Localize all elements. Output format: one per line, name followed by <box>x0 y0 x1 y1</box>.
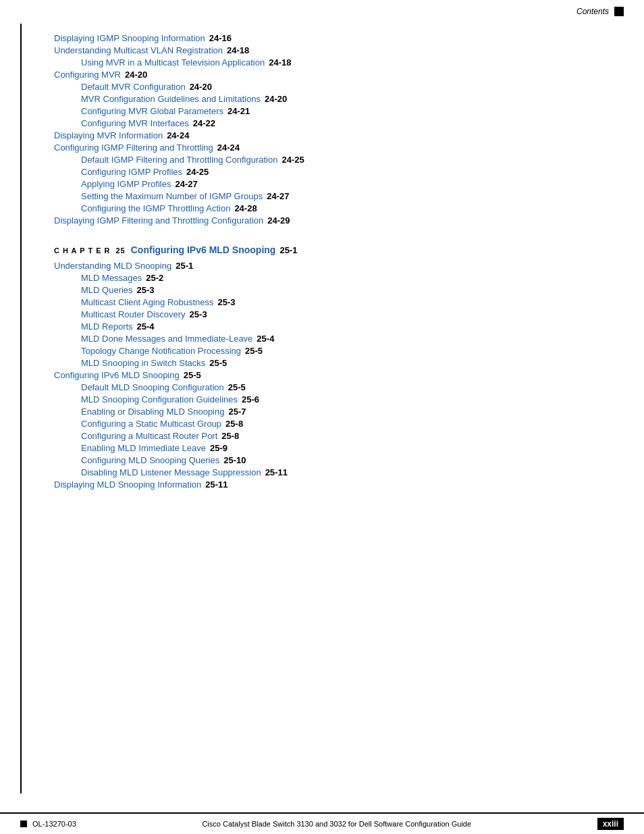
toc-link[interactable]: Configuring MVR Interfaces <box>81 118 189 128</box>
toc-entry: Default MLD Snooping Configuration25-5 <box>81 382 603 392</box>
toc-link[interactable]: Understanding Multicast VLAN Registratio… <box>54 45 223 55</box>
toc-entry: Disabling MLD Listener Message Suppressi… <box>81 467 603 477</box>
toc-page-num: 25-3 <box>137 285 155 295</box>
chapter-page: 25-1 <box>279 245 297 255</box>
toc-page-num: 25-8 <box>221 431 239 441</box>
chapter-title-link[interactable]: Configuring IPv6 MLD Snooping <box>131 244 276 255</box>
page: Contents Displaying IGMP Snooping Inform… <box>0 0 644 834</box>
toc-page-num: 25-5 <box>209 358 227 368</box>
toc-link[interactable]: Configuring IGMP Filtering and Throttlin… <box>54 142 213 153</box>
toc-link[interactable]: Enabling or Disabling MLD Snooping <box>81 407 224 417</box>
header-square-icon <box>614 7 624 16</box>
toc-link[interactable]: MLD Reports <box>81 321 133 332</box>
toc-link[interactable]: Displaying MVR Information <box>54 130 163 140</box>
toc-entry: Configuring a Static Multicast Group25-8 <box>81 419 603 429</box>
toc-entry: Default IGMP Filtering and Throttling Co… <box>81 155 603 165</box>
page-header: Contents <box>0 0 644 20</box>
toc-entry: Enabling MLD Immediate Leave25-9 <box>81 443 603 453</box>
toc-link[interactable]: MVR Configuration Guidelines and Limitat… <box>81 94 261 104</box>
toc-page-num: 24-29 <box>267 215 290 226</box>
toc-entry: Displaying IGMP Snooping Information24-1… <box>54 33 603 43</box>
toc-link[interactable]: MLD Snooping in Switch Stacks <box>81 358 205 368</box>
toc-entry: Configuring the IGMP Throttling Action24… <box>81 203 603 213</box>
toc-link[interactable]: Configuring MVR Global Parameters <box>81 106 223 116</box>
toc-entry: Displaying MLD Snooping Information25-11 <box>54 479 603 490</box>
toc-link[interactable]: Multicast Router Discovery <box>81 309 186 319</box>
toc-page-num: 25-5 <box>228 382 246 392</box>
toc-link[interactable]: MLD Snooping Configuration Guidelines <box>81 394 238 405</box>
toc-entry: MLD Snooping Configuration Guidelines25-… <box>81 394 603 405</box>
left-border-line <box>20 24 22 793</box>
toc-link[interactable]: Default MVR Configuration <box>81 82 186 92</box>
toc-page-num: 25-9 <box>210 443 227 453</box>
toc-page-num: 25-2 <box>146 273 163 283</box>
toc-entry: Multicast Router Discovery25-3 <box>81 309 603 319</box>
toc-link[interactable]: Disabling MLD Listener Message Suppressi… <box>81 467 261 477</box>
toc-page-num: 24-16 <box>209 33 232 43</box>
toc-entry: Displaying IGMP Filtering and Throttling… <box>54 215 603 226</box>
toc-page-num: 24-21 <box>227 106 250 116</box>
toc-entry: Understanding Multicast VLAN Registratio… <box>54 45 603 55</box>
toc-entry: Multicast Client Aging Robustness25-3 <box>81 297 603 307</box>
toc-link[interactable]: Configuring a Static Multicast Group <box>81 419 221 429</box>
footer-page: xxiii <box>597 818 624 830</box>
toc-link[interactable]: Displaying MLD Snooping Information <box>54 479 201 490</box>
toc-entry: MLD Snooping in Switch Stacks25-5 <box>81 358 603 368</box>
chapter-label: C H A P T E R <box>54 246 111 255</box>
toc-page-num: 24-18 <box>227 45 249 55</box>
toc-link[interactable]: MLD Queries <box>81 285 133 295</box>
footer-left: OL-13270-03 <box>20 820 76 828</box>
toc-page-num: 25-5 <box>245 346 263 356</box>
toc-entry: Topology Change Notification Processing2… <box>81 346 603 356</box>
toc-entry: Applying IGMP Profiles24-27 <box>81 179 603 189</box>
toc-entry: Configuring IPv6 MLD Snooping25-5 <box>54 370 603 380</box>
toc-link[interactable]: Configuring IGMP Profiles <box>81 167 182 177</box>
header-right: Contents <box>576 7 624 16</box>
toc-link[interactable]: Default MLD Snooping Configuration <box>81 382 224 392</box>
toc-link[interactable]: Applying IGMP Profiles <box>81 179 171 189</box>
toc-link[interactable]: Configuring MVR <box>54 70 121 80</box>
toc-entry: Configuring MVR Global Parameters24-21 <box>81 106 603 116</box>
toc-page-num: 24-22 <box>193 118 215 128</box>
toc-page-num: 24-18 <box>269 57 291 68</box>
toc-entry: MLD Reports25-4 <box>81 321 603 332</box>
toc-page-num: 24-20 <box>190 82 212 92</box>
toc-page-num: 24-27 <box>175 179 197 189</box>
toc-page-num: 24-25 <box>281 155 304 165</box>
toc-page-num: 25-3 <box>190 309 207 319</box>
toc-page-num: 25-4 <box>137 321 155 332</box>
toc-entry: Configuring MVR24-20 <box>54 70 603 80</box>
toc-link[interactable]: MLD Messages <box>81 273 142 283</box>
toc-link[interactable]: Configuring IPv6 MLD Snooping <box>54 370 180 380</box>
toc-entry: Displaying MVR Information24-24 <box>54 130 603 140</box>
toc-page-num: 25-4 <box>257 334 274 344</box>
toc-link[interactable]: Understanding MLD Snooping <box>54 261 171 271</box>
toc-link[interactable]: Enabling MLD Immediate Leave <box>81 443 206 453</box>
toc-page-num: 25-6 <box>242 394 259 405</box>
chapter-25-heading: C H A P T E R 25 Configuring IPv6 MLD Sn… <box>54 244 603 255</box>
toc-link[interactable]: Using MVR in a Multicast Television Appl… <box>81 57 265 68</box>
footer-title: Cisco Catalyst Blade Switch 3130 and 303… <box>76 820 597 828</box>
toc-link[interactable]: Configuring the IGMP Throttling Action <box>81 203 230 213</box>
toc-page-num: 24-24 <box>217 142 240 153</box>
toc-page-num: 24-27 <box>267 191 289 201</box>
toc-page-num: 24-20 <box>125 70 147 80</box>
toc-link[interactable]: Setting the Maximum Number of IGMP Group… <box>81 191 263 201</box>
toc-link[interactable]: Default IGMP Filtering and Throttling Co… <box>81 155 277 165</box>
toc-page-num: 25-3 <box>218 297 236 307</box>
chapter-number: 25 <box>116 246 126 255</box>
toc-entries-top: Displaying IGMP Snooping Information24-1… <box>54 33 603 226</box>
page-footer: OL-13270-03 Cisco Catalyst Blade Switch … <box>0 812 644 834</box>
toc-link[interactable]: MLD Done Messages and Immediate-Leave <box>81 334 252 344</box>
toc-page-num: 25-7 <box>228 407 246 417</box>
toc-link[interactable]: Configuring a Multicast Router Port <box>81 431 217 441</box>
toc-entry: MLD Messages25-2 <box>81 273 603 283</box>
toc-entry: Understanding MLD Snooping25-1 <box>54 261 603 271</box>
toc-entry: Using MVR in a Multicast Television Appl… <box>81 57 603 68</box>
toc-link[interactable]: Multicast Client Aging Robustness <box>81 297 214 307</box>
toc-link[interactable]: Displaying IGMP Filtering and Throttling… <box>54 215 263 226</box>
toc-link[interactable]: Topology Change Notification Processing <box>81 346 241 356</box>
toc-link[interactable]: Displaying IGMP Snooping Information <box>54 33 205 43</box>
toc-link[interactable]: Configuring MLD Snooping Queries <box>81 455 219 465</box>
toc-page-num: 25-10 <box>223 455 246 465</box>
